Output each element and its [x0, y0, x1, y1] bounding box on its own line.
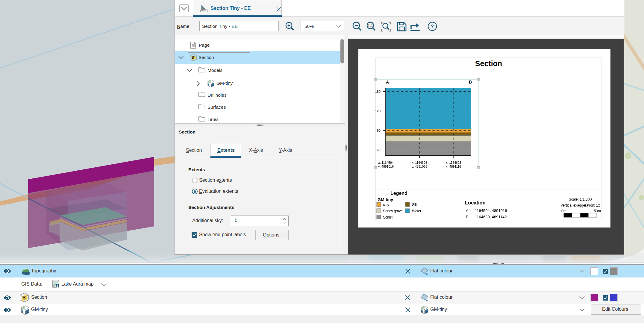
svg-text:120: 120 [375, 109, 381, 113]
svg-text:Section: Section [475, 59, 502, 68]
svg-text:1:1: 1:1 [368, 24, 373, 28]
svg-text:90: 90 [377, 129, 381, 132]
svg-text:0m: 0m [561, 209, 566, 213]
svg-text:Legend: Legend [390, 191, 407, 196]
svg-text:Location: Location [465, 200, 486, 205]
svg-text:A:: A: [466, 208, 469, 213]
svg-text:y: 4891016: y: 4891016 [378, 165, 394, 168]
svg-text:50m: 50m [594, 209, 601, 213]
svg-text:60: 60 [377, 148, 381, 152]
svg-text:A: A [386, 80, 389, 84]
svg-text:S: S [192, 55, 195, 60]
svg-text:x: 1164623: x: 1164623 [446, 161, 461, 164]
svg-text:Water: Water [412, 209, 421, 213]
svg-text:S: S [22, 295, 26, 300]
svg-text:Sandy gravel: Sandy gravel [383, 209, 403, 213]
svg-text:y: 4891116: y: 4891116 [446, 165, 461, 168]
svg-text:y: 4891066: y: 4891066 [412, 165, 427, 168]
svg-text:?: ? [431, 24, 434, 29]
svg-text:B:: B: [466, 215, 469, 219]
svg-text:clay: clay [383, 203, 390, 207]
svg-text:Scale: 1:1,300: Scale: 1:1,300 [569, 197, 592, 201]
svg-text:x: 1164594: x: 1164594 [378, 161, 393, 164]
svg-text:Silt: Silt [412, 203, 417, 207]
svg-text:x: 1164608: x: 1164608 [412, 161, 427, 164]
svg-text:Vertical exaggeration: 1x: Vertical exaggeration: 1x [560, 203, 600, 207]
svg-text:1164630, 4891142: 1164630, 4891142 [475, 215, 507, 219]
svg-text:1164594, 4891016: 1164594, 4891016 [475, 208, 507, 213]
svg-text:150: 150 [375, 90, 381, 93]
svg-text:Schist: Schist [383, 215, 393, 219]
svg-text:GM-tiny: GM-tiny [378, 197, 393, 202]
svg-text:B: B [469, 80, 472, 84]
